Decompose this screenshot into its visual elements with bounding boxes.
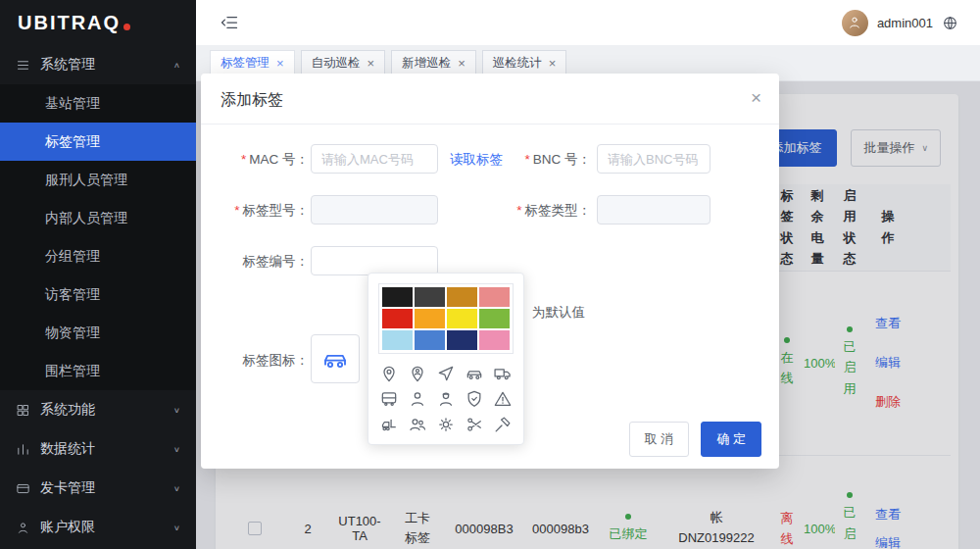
sidebar-item-visitor-management[interactable]: 访客管理 [0, 275, 196, 314]
pin-icon[interactable] [379, 364, 399, 383]
bnc-input[interactable] [597, 144, 710, 174]
palette-color-swatch[interactable] [415, 287, 445, 307]
cancel-button[interactable]: 取 消 [629, 422, 690, 457]
palette-color-swatch[interactable] [415, 330, 445, 350]
chart-icon [16, 442, 30, 457]
bus-icon[interactable] [379, 389, 399, 409]
tag-model-label: *标签型号： [226, 202, 309, 220]
chevron-down-icon: ∨ [173, 524, 180, 532]
sidebar-item-system-functions[interactable]: 系统功能 ∨ [0, 390, 196, 429]
sidebar-group-label: 数据统计 [40, 440, 173, 458]
modal-title: 添加标签 [220, 91, 283, 108]
sidebar-submenu: 基站管理 标签管理 服刑人员管理 内部人员管理 分组管理 访客管理 物资管理 围… [0, 84, 196, 390]
required-asterisk: * [516, 203, 521, 218]
brand-logo-text: UBITRAQ [18, 12, 121, 34]
sidebar-item-prisoner-management[interactable]: 服刑人员管理 [0, 161, 196, 199]
tab-close-icon[interactable]: × [368, 56, 375, 71]
chevron-up-icon: ∧ [173, 61, 180, 70]
bnc-label: *BNC 号： [511, 151, 591, 169]
icon-default-hint: 为默认值 [532, 304, 585, 322]
tab-tag-management[interactable]: 标签管理 × [210, 50, 295, 75]
person-icon[interactable] [408, 389, 427, 409]
icon-picker-popup [368, 273, 524, 445]
sidebar-item-base-station[interactable]: 基站管理 [0, 84, 196, 123]
sidebar-item-fence-management[interactable]: 围栏管理 [0, 352, 196, 390]
user-icon [847, 15, 862, 30]
chevron-down-icon: ∨ [173, 406, 180, 415]
tag-type-label: *标签类型： [511, 202, 591, 220]
close-icon[interactable]: × [751, 88, 761, 107]
chevron-down-icon: ∨ [173, 445, 180, 454]
username[interactable]: admin001 [877, 16, 933, 30]
required-asterisk: * [234, 203, 239, 218]
tab-label: 巡检统计 [493, 55, 542, 72]
globe-icon[interactable] [942, 15, 958, 31]
hammer-icon[interactable] [493, 415, 513, 434]
car-icon[interactable] [465, 364, 484, 383]
sidebar-group-label: 系统管理 [40, 56, 173, 74]
sidebar-group-label: 系统功能 [40, 401, 173, 419]
top-header: admin001 [196, 0, 980, 45]
warning-icon[interactable] [493, 389, 513, 409]
scissors-icon[interactable] [465, 415, 484, 434]
form-row-model-type: *标签型号： *标签类型： [232, 195, 748, 246]
sidebar-item-data-statistics[interactable]: 数据统计 ∨ [0, 429, 196, 469]
badge-icon[interactable] [465, 389, 484, 409]
selected-tag-icon [320, 344, 350, 374]
confirm-button[interactable]: 确 定 [701, 422, 761, 457]
sidebar-item-tag-management[interactable]: 标签管理 [0, 123, 196, 161]
icon-picker-grid [378, 364, 514, 434]
sidebar-item-material-management[interactable]: 物资管理 [0, 314, 196, 352]
palette-color-swatch[interactable] [382, 309, 413, 328]
avatar[interactable] [842, 10, 868, 36]
sidebar-item-system-management[interactable]: 系统管理 ∧ [0, 45, 196, 84]
group-icon[interactable] [408, 415, 427, 434]
cursor-icon[interactable] [436, 364, 456, 383]
user-area: admin001 [842, 10, 958, 36]
palette-color-swatch[interactable] [415, 309, 445, 328]
palette-color-swatch[interactable] [447, 287, 477, 307]
tab-label: 新增巡检 [402, 55, 451, 72]
required-asterisk: * [524, 152, 529, 167]
truck-icon[interactable] [493, 364, 513, 383]
brand-logo: UBITRAQ [0, 0, 196, 45]
palette-color-swatch[interactable] [382, 287, 413, 307]
sidebar: UBITRAQ 系统管理 ∧ 基站管理 标签管理 服刑人员管理 内部人员管理 分… [0, 0, 196, 549]
main-area: admin001 标签管理 × 自动巡检 × 新增巡检 × 巡检统计 × [196, 0, 980, 549]
palette-color-swatch[interactable] [479, 287, 510, 307]
sidebar-menu: 系统管理 ∧ 基站管理 标签管理 服刑人员管理 内部人员管理 分组管理 访客管理… [0, 45, 196, 547]
modal-footer: 取 消 确 定 [629, 422, 761, 457]
person-pin-icon[interactable] [408, 364, 427, 383]
required-asterisk: * [241, 152, 246, 167]
palette-color-swatch[interactable] [479, 309, 510, 328]
sidebar-fold-icon[interactable] [220, 13, 239, 32]
palette-color-swatch[interactable] [479, 330, 510, 350]
tab-close-icon[interactable]: × [276, 56, 284, 71]
palette-color-swatch[interactable] [447, 309, 477, 328]
gear-icon[interactable] [436, 415, 456, 434]
chevron-down-icon: ∨ [173, 484, 180, 493]
palette-color-swatch[interactable] [382, 330, 413, 350]
form-row-mac-bnc: *MAC 号： 读取标签 *BNC 号： [232, 144, 748, 195]
forklift-icon[interactable] [379, 415, 399, 434]
sidebar-item-card-issuing[interactable]: 发卡管理 ∨ [0, 469, 196, 508]
tab-new-inspection[interactable]: 新增巡检 × [391, 50, 476, 75]
read-tag-link[interactable]: 读取标签 [450, 151, 503, 169]
tab-close-icon[interactable]: × [458, 56, 466, 71]
sidebar-item-internal-personnel[interactable]: 内部人员管理 [0, 199, 196, 237]
worker-icon[interactable] [436, 389, 456, 409]
tag-code-label: 标签编号： [226, 253, 309, 271]
tab-close-icon[interactable]: × [549, 56, 557, 71]
sidebar-item-group-management[interactable]: 分组管理 [0, 237, 196, 275]
tag-icon-selector[interactable] [311, 334, 360, 383]
sidebar-group-label: 发卡管理 [40, 479, 173, 497]
tag-code-input[interactable] [311, 246, 438, 275]
tag-type-input[interactable] [597, 195, 710, 225]
tab-inspection-statistics[interactable]: 巡检统计 × [482, 50, 567, 75]
palette-color-swatch[interactable] [447, 330, 477, 350]
mac-input[interactable] [311, 144, 438, 174]
sidebar-item-account-permissions[interactable]: 账户权限 ∨ [0, 508, 196, 547]
tag-model-input[interactable] [311, 195, 438, 225]
tab-auto-inspection[interactable]: 自动巡检 × [301, 50, 386, 75]
app-root: UBITRAQ 系统管理 ∧ 基站管理 标签管理 服刑人员管理 内部人员管理 分… [0, 0, 980, 549]
